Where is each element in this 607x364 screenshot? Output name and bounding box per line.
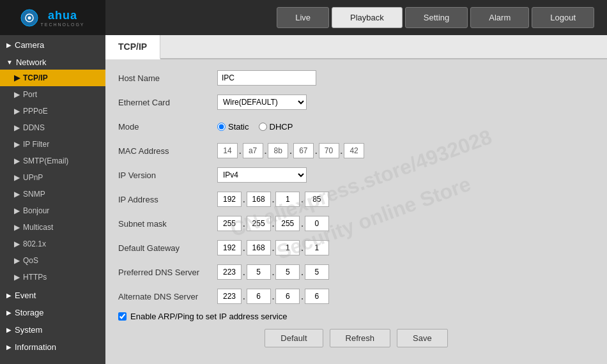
mode-label: Mode xyxy=(118,122,217,132)
arp-ping-checkbox[interactable] xyxy=(118,312,127,321)
ip-addr-2[interactable] xyxy=(247,192,271,207)
mode-static-radio[interactable] xyxy=(217,123,226,131)
ip-addr-3[interactable] xyxy=(275,192,300,207)
adns-1[interactable] xyxy=(217,289,242,304)
nav-tab-alarm[interactable]: Alarm xyxy=(470,7,529,28)
content-tab-tcpip[interactable]: TCP/IP xyxy=(105,35,160,59)
mode-dhcp-option[interactable]: DHCP xyxy=(259,122,293,132)
gateway-2[interactable] xyxy=(247,240,271,255)
sidebar-section-event[interactable]: ▶ Event xyxy=(0,285,105,303)
sidebar-section-information[interactable]: ▶ Information xyxy=(0,337,105,354)
mode-control: Static DHCP xyxy=(217,122,293,132)
event-expand-icon: ▶ xyxy=(6,292,12,299)
mac-seg-2[interactable] xyxy=(243,143,263,158)
qos-arrow-icon: ▶ xyxy=(14,256,20,265)
mac-seg-5[interactable] xyxy=(319,143,339,158)
sidebar-item-pppoe[interactable]: ▶ PPPoE xyxy=(0,103,105,119)
subnet-mask-label: Subnet mask xyxy=(118,219,217,229)
ip-addr-1[interactable] xyxy=(217,192,242,207)
nav-tab-playback[interactable]: Playback xyxy=(332,7,403,28)
sidebar-item-ipfilter-label: IP Filter xyxy=(23,140,49,149)
logo-sub: TECHNOLOGY xyxy=(40,22,84,27)
action-buttons: Default Refresh Save xyxy=(118,329,594,347)
gateway-1[interactable] xyxy=(217,240,242,255)
sidebar-item-8021x-label: 802.1x xyxy=(23,239,46,248)
save-button[interactable]: Save xyxy=(397,329,448,347)
sidebar-item-port-label: Port xyxy=(23,90,37,99)
sidebar-item-tcpip-label: TCP/IP xyxy=(23,73,48,82)
adns-4[interactable] xyxy=(305,289,329,304)
ip-version-control: IPv4 IPv6 xyxy=(217,167,307,183)
snmp-arrow-icon: ▶ xyxy=(14,190,20,199)
sidebar-item-port[interactable]: ▶ Port xyxy=(0,86,105,103)
subnet-mask-control: . . . xyxy=(217,216,329,231)
sidebar-item-smtp[interactable]: ▶ SMTP(Email) xyxy=(0,153,105,169)
nav-tab-setting[interactable]: Setting xyxy=(405,7,468,28)
pdns-4[interactable] xyxy=(305,264,329,280)
logo-area: ahua TECHNOLOGY xyxy=(0,0,105,35)
host-name-label: Host Name xyxy=(118,73,217,83)
adns-3[interactable] xyxy=(275,289,300,304)
mac-address-row: MAC Address . . . . . xyxy=(118,142,594,160)
subnet-1[interactable] xyxy=(217,216,242,231)
subnet-3[interactable] xyxy=(275,216,300,231)
sidebar: ▶ Camera ▼ Network ▶ TCP/IP ▶ Port ▶ PPP… xyxy=(0,35,105,364)
sidebar-item-https[interactable]: ▶ HTTPs xyxy=(0,269,105,285)
mac-seg-3[interactable] xyxy=(268,143,288,158)
nav-tab-logout[interactable]: Logout xyxy=(532,7,594,28)
mac-address-control: . . . . . xyxy=(217,143,364,158)
sidebar-item-qos[interactable]: ▶ QoS xyxy=(0,252,105,269)
sidebar-section-storage[interactable]: ▶ Storage xyxy=(0,303,105,320)
ip-version-label: IP Version xyxy=(118,171,217,180)
mac-seg-1[interactable] xyxy=(217,143,238,158)
ip-version-select[interactable]: IPv4 IPv6 xyxy=(217,167,307,183)
subnet-4[interactable] xyxy=(305,216,329,231)
sidebar-item-ddns[interactable]: ▶ DDNS xyxy=(0,119,105,136)
sidebar-item-upnp[interactable]: ▶ UPnP xyxy=(0,169,105,186)
ethernet-card-label: Ethernet Card xyxy=(118,98,217,107)
sidebar-section-system[interactable]: ▶ System xyxy=(0,320,105,337)
mac-seg-4[interactable] xyxy=(293,143,314,158)
subnet-2[interactable] xyxy=(247,216,271,231)
default-gateway-label: Default Gateway xyxy=(118,243,217,253)
gateway-4[interactable] xyxy=(305,240,329,255)
sidebar-item-https-label: HTTPs xyxy=(23,273,47,282)
mode-dhcp-radio[interactable] xyxy=(259,123,267,131)
nav-tabs: Live Playback Setting Alarm Logout xyxy=(277,7,594,28)
pdns-2[interactable] xyxy=(247,264,271,280)
svg-point-1 xyxy=(28,16,31,19)
sidebar-item-multicast[interactable]: ▶ Multicast xyxy=(0,219,105,236)
sidebar-item-ipfilter[interactable]: ▶ IP Filter xyxy=(0,136,105,153)
refresh-button[interactable]: Refresh xyxy=(330,329,391,347)
mode-row: Mode Static DHCP xyxy=(118,118,594,135)
ip-version-row: IP Version IPv4 IPv6 xyxy=(118,166,594,184)
sidebar-item-tcpip[interactable]: ▶ TCP/IP xyxy=(0,70,105,86)
mode-static-option[interactable]: Static xyxy=(217,122,249,132)
ip-addr-4[interactable] xyxy=(305,192,329,207)
ip-address-row: IP Address . . . xyxy=(118,190,594,208)
mac-address-label: MAC Address xyxy=(118,146,217,156)
nav-tab-live[interactable]: Live xyxy=(277,7,329,28)
sidebar-item-bonjour[interactable]: ▶ Bonjour xyxy=(0,202,105,219)
default-button[interactable]: Default xyxy=(265,329,323,347)
pdns-1[interactable] xyxy=(217,264,242,280)
sidebar-item-8021x[interactable]: ▶ 802.1x xyxy=(0,236,105,252)
header: ahua TECHNOLOGY Live Playback Setting Al… xyxy=(0,0,607,35)
smtp-arrow-icon: ▶ xyxy=(14,156,20,165)
storage-expand-icon: ▶ xyxy=(6,309,12,316)
port-arrow-icon: ▶ xyxy=(14,90,20,99)
mac-seg-6[interactable] xyxy=(344,143,364,158)
adns-2[interactable] xyxy=(247,289,271,304)
host-name-input[interactable] xyxy=(217,70,316,86)
ip-address-label: IP Address xyxy=(118,195,217,204)
ip-address-control: . . . xyxy=(217,192,329,207)
sidebar-item-snmp[interactable]: ▶ SNMP xyxy=(0,186,105,202)
gateway-3[interactable] xyxy=(275,240,300,255)
ethernet-card-row: Ethernet Card Wire(DEFAULT) xyxy=(118,93,594,111)
pdns-3[interactable] xyxy=(275,264,300,280)
dahua-logo-icon xyxy=(20,9,38,27)
sidebar-section-camera[interactable]: ▶ Camera xyxy=(0,35,105,52)
sidebar-section-network[interactable]: ▼ Network xyxy=(0,52,105,70)
sidebar-section-storage-label: Storage xyxy=(15,308,44,317)
ethernet-card-select[interactable]: Wire(DEFAULT) xyxy=(217,95,307,110)
